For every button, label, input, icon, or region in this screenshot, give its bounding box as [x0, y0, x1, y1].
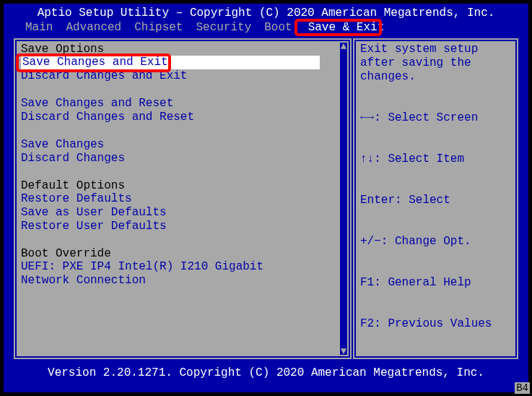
hint-f3: F3: Optimized Defaults: [360, 358, 513, 372]
blank: [21, 233, 347, 247]
help-description: Exit system setup after saving the chang…: [360, 43, 513, 84]
opt-discard-changes[interactable]: Discard Changes: [21, 152, 347, 165]
tab-save-exit[interactable]: Save & Exit: [305, 21, 388, 34]
opt-discard-changes-reset[interactable]: Discard Changes and Reset: [21, 111, 347, 124]
tab-main[interactable]: Main: [25, 21, 53, 34]
section-boot-override: Boot Override: [21, 247, 347, 260]
tab-advanced[interactable]: Advanced: [66, 21, 121, 34]
blank: [21, 83, 347, 97]
opt-save-changes-reset[interactable]: Save Changes and Reset: [21, 97, 347, 111]
menu-bar: Main Advanced Chipset Security Boot Save…: [4, 21, 528, 37]
hint-select-item: ↑↓: Select Item: [360, 152, 513, 166]
tab-boot[interactable]: Boot: [264, 21, 292, 34]
right-panel: Exit system setup after saving the chang…: [353, 37, 520, 361]
opt-boot-override-1[interactable]: UEFI: PXE IP4 Intel(R) I210 Gigabit Netw…: [21, 260, 326, 288]
main-area: Save Options Save Changes and Exit Disca…: [12, 37, 520, 361]
opt-save-changes-exit[interactable]: Save Changes and Exit: [21, 56, 320, 69]
bios-window: Aptio Setup Utility – Copyright (C) 2020…: [4, 4, 528, 392]
hint-f2: F2: Previous Values: [360, 317, 513, 331]
opt-restore-user-defaults[interactable]: Restore User Defaults: [21, 220, 347, 233]
hint-change: +/−: Change Opt.: [360, 235, 513, 249]
page-title: Aptio Setup Utility – Copyright (C) 2020…: [4, 4, 528, 21]
opt-save-user-defaults[interactable]: Save as User Defaults: [21, 206, 347, 220]
opt-save-changes[interactable]: Save Changes: [21, 138, 347, 152]
scroll-down-icon[interactable]: ▼: [340, 348, 347, 355]
blank: [21, 124, 347, 138]
hint-f1: F1: General Help: [360, 276, 513, 290]
section-default-options: Default Options: [21, 179, 347, 192]
tab-security[interactable]: Security: [196, 21, 251, 34]
scroll-up-icon[interactable]: ▲: [340, 43, 347, 50]
corner-badge: B4: [515, 382, 530, 394]
tab-chipset[interactable]: Chipset: [134, 21, 183, 34]
key-hints: ←→: Select Screen ↑↓: Select Item Enter:…: [360, 84, 513, 396]
opt-restore-defaults[interactable]: Restore Defaults: [21, 192, 347, 206]
left-panel: Save Options Save Changes and Exit Disca…: [12, 37, 353, 361]
opt-discard-changes-exit[interactable]: Discard Changes and Exit: [21, 69, 347, 83]
scrollbar[interactable]: ▲ ▼: [340, 43, 347, 355]
hint-enter: Enter: Select: [360, 194, 513, 207]
section-save-options: Save Options: [21, 43, 347, 56]
hint-select-screen: ←→: Select Screen: [360, 111, 513, 125]
blank: [21, 165, 347, 179]
